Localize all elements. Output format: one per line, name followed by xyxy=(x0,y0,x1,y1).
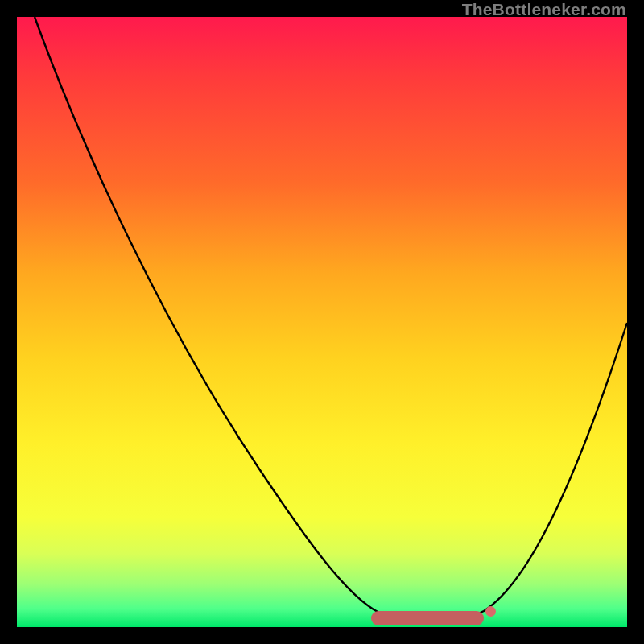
plot-area xyxy=(17,17,627,627)
optimal-range-marker xyxy=(371,611,484,625)
bottleneck-curve xyxy=(35,17,627,623)
watermark-text: TheBottleneker.com xyxy=(462,0,626,19)
curve-layer xyxy=(17,17,627,627)
optimal-range-end-dot xyxy=(485,606,496,617)
bottleneck-chart: TheBottleneker.com xyxy=(0,0,644,644)
